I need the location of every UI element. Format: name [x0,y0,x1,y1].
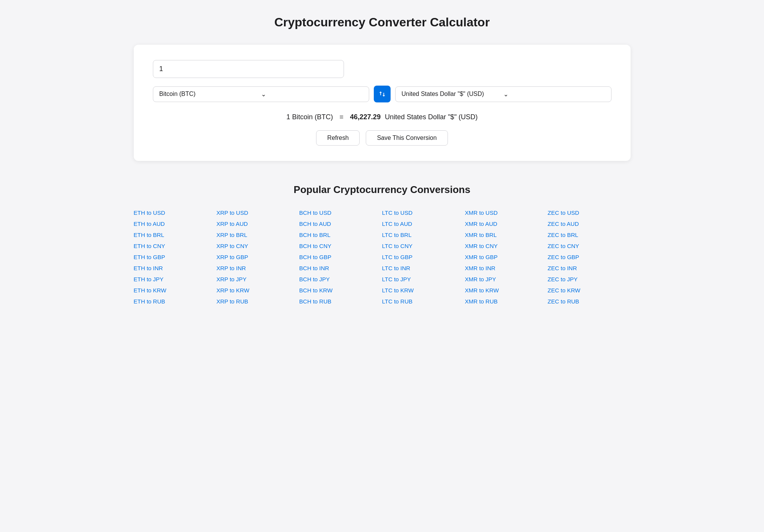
conversion-link[interactable]: XMR to JPY [465,274,548,284]
conversion-result: 1 Bitcoin (BTC) = 46,227.29 United State… [153,113,612,121]
conversion-link[interactable]: LTC to JPY [382,274,465,284]
conversion-link[interactable]: XRP to GBP [216,252,299,262]
conversion-link[interactable]: BCH to GBP [299,252,382,262]
conversion-link[interactable]: ETH to JPY [134,274,217,284]
conversion-link[interactable]: XMR to BRL [465,230,548,240]
conversion-link[interactable]: LTC to KRW [382,285,465,295]
conversion-link[interactable]: ZEC to GBP [548,252,631,262]
conversion-column-xrp: XRP to USDXRP to AUDXRP to BRLXRP to CNY… [216,208,299,306]
result-equals: = [339,113,344,121]
amount-input[interactable] [153,60,344,78]
conversion-column-eth: ETH to USDETH to AUDETH to BRLETH to CNY… [134,208,217,306]
conversion-link[interactable]: ZEC to KRW [548,285,631,295]
conversion-link[interactable]: XRP to INR [216,263,299,273]
to-currency-selector[interactable]: United States Dollar "$" (USD) ⌄ [395,86,612,102]
popular-title: Popular Cryptocurrency Conversions [134,184,631,196]
page-title: Cryptocurrency Converter Calculator [134,15,631,29]
conversion-column-zec: ZEC to USDZEC to AUDZEC to BRLZEC to CNY… [548,208,631,306]
conversion-link[interactable]: LTC to INR [382,263,465,273]
conversion-link[interactable]: ETH to CNY [134,241,217,251]
page-wrapper: Cryptocurrency Converter Calculator Bitc… [134,15,631,306]
conversion-link[interactable]: ETH to BRL [134,230,217,240]
conversion-link[interactable]: ETH to KRW [134,285,217,295]
result-from-label: 1 Bitcoin (BTC) [286,113,333,121]
conversion-link[interactable]: ETH to USD [134,208,217,217]
conversion-link[interactable]: XRP to AUD [216,219,299,229]
conversion-link[interactable]: XRP to CNY [216,241,299,251]
from-currency-label: Bitcoin (BTC) [159,91,261,97]
conversion-link[interactable]: ZEC to INR [548,263,631,273]
conversion-link[interactable]: LTC to USD [382,208,465,217]
conversion-link[interactable]: ZEC to AUD [548,219,631,229]
conversion-link[interactable]: ZEC to CNY [548,241,631,251]
conversion-link[interactable]: BCH to RUB [299,297,382,306]
result-unit: United States Dollar "$" (USD) [385,113,478,121]
swap-icon [378,90,386,98]
conversion-link[interactable]: XMR to CNY [465,241,548,251]
to-chevron-icon: ⌄ [503,91,605,98]
save-conversion-button[interactable]: Save This Conversion [366,130,448,146]
conversion-link[interactable]: XRP to RUB [216,297,299,306]
conversion-link[interactable]: XMR to KRW [465,285,548,295]
conversion-link[interactable]: XMR to GBP [465,252,548,262]
conversion-link[interactable]: XMR to AUD [465,219,548,229]
conversion-link[interactable]: LTC to AUD [382,219,465,229]
conversion-link[interactable]: ETH to RUB [134,297,217,306]
conversion-link[interactable]: BCH to CNY [299,241,382,251]
conversion-link[interactable]: LTC to BRL [382,230,465,240]
conversion-link[interactable]: XRP to KRW [216,285,299,295]
action-buttons: Refresh Save This Conversion [153,130,612,146]
conversion-link[interactable]: ZEC to RUB [548,297,631,306]
conversion-link[interactable]: ETH to AUD [134,219,217,229]
conversion-link[interactable]: ETH to GBP [134,252,217,262]
conversion-link[interactable]: XRP to USD [216,208,299,217]
conversion-link[interactable]: BCH to INR [299,263,382,273]
conversion-link[interactable]: BCH to USD [299,208,382,217]
conversion-link[interactable]: XRP to JPY [216,274,299,284]
to-currency-label: United States Dollar "$" (USD) [402,91,503,97]
conversion-column-xmr: XMR to USDXMR to AUDXMR to BRLXMR to CNY… [465,208,548,306]
conversion-link[interactable]: BCH to BRL [299,230,382,240]
conversion-link[interactable]: BCH to AUD [299,219,382,229]
conversion-link[interactable]: BCH to KRW [299,285,382,295]
swap-button[interactable] [374,86,391,102]
conversions-grid: ETH to USDETH to AUDETH to BRLETH to CNY… [134,208,631,306]
from-chevron-icon: ⌄ [261,91,363,98]
conversion-link[interactable]: ZEC to BRL [548,230,631,240]
conversion-link[interactable]: LTC to CNY [382,241,465,251]
conversion-link[interactable]: XMR to RUB [465,297,548,306]
from-currency-selector[interactable]: Bitcoin (BTC) ⌄ [153,86,369,102]
converter-card: Bitcoin (BTC) ⌄ United States Dollar "$"… [134,45,631,161]
conversion-link[interactable]: XMR to INR [465,263,548,273]
popular-section: Popular Cryptocurrency Conversions ETH t… [134,184,631,306]
currency-row: Bitcoin (BTC) ⌄ United States Dollar "$"… [153,86,612,102]
conversion-link[interactable]: ETH to INR [134,263,217,273]
conversion-link[interactable]: XRP to BRL [216,230,299,240]
conversion-link[interactable]: BCH to JPY [299,274,382,284]
conversion-column-ltc: LTC to USDLTC to AUDLTC to BRLLTC to CNY… [382,208,465,306]
refresh-button[interactable]: Refresh [316,130,360,146]
conversion-link[interactable]: ZEC to JPY [548,274,631,284]
conversion-link[interactable]: LTC to GBP [382,252,465,262]
conversion-link[interactable]: XMR to USD [465,208,548,217]
conversion-link[interactable]: LTC to RUB [382,297,465,306]
conversion-link[interactable]: ZEC to USD [548,208,631,217]
conversion-column-bch: BCH to USDBCH to AUDBCH to BRLBCH to CNY… [299,208,382,306]
result-value: 46,227.29 [350,113,381,121]
